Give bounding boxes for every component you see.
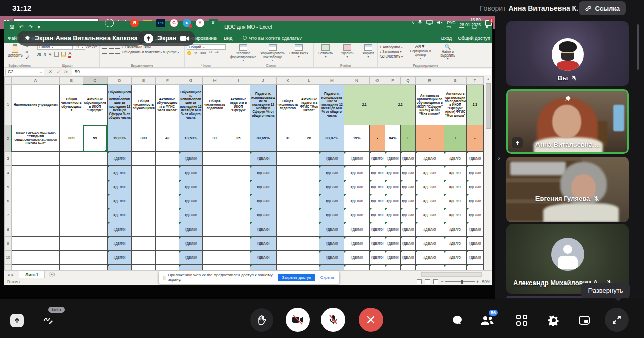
column-header-M[interactable]: M (319, 77, 344, 85)
row-header-9[interactable]: 9 (5, 237, 12, 251)
page-layout-icon[interactable] (425, 279, 430, 284)
messenger-icon[interactable]: ▸ (183, 19, 191, 27)
autosum-button[interactable]: Σ Автосумма ▾ (380, 45, 403, 49)
cell-F3[interactable] (156, 152, 179, 166)
number-format-select[interactable]: Общий▾ (187, 44, 226, 50)
row-header-4[interactable]: 4 (5, 166, 12, 180)
cell-F9[interactable] (156, 237, 179, 251)
copy-icon[interactable]: ⧉ (26, 50, 29, 55)
sheet-nav-arrows[interactable]: ◂▸ (7, 272, 16, 277)
zoom-slider[interactable]: −+ (441, 279, 479, 284)
cell-M4[interactable]: #ДЕЛ/0! (319, 166, 344, 180)
cell-F2[interactable]: 42 (156, 125, 179, 152)
cell-C4[interactable] (83, 166, 108, 180)
cell-E10[interactable] (132, 251, 156, 265)
cell-D9[interactable]: #ДЕЛ/0! (107, 237, 132, 251)
cell-P9[interactable]: #ДЕЛ/0! (385, 237, 400, 251)
cell-M3[interactable]: #ДЕЛ/0! (319, 152, 344, 166)
header-cell-3[interactable]: Обучающиеся, использовавшие за последние… (107, 85, 132, 125)
cell-R11[interactable]: #ДЕЛ/0! (415, 265, 444, 271)
page-break-icon[interactable] (433, 279, 438, 284)
column-header-L[interactable]: L (299, 77, 319, 85)
sheet-tab[interactable]: Лист1 (19, 271, 45, 278)
cell-H6[interactable] (203, 194, 227, 208)
cell-L3[interactable] (299, 152, 319, 166)
cell-P7[interactable]: #ДЕЛ/0! (385, 208, 400, 222)
cell-M6[interactable]: #ДЕЛ/0! (319, 194, 344, 208)
column-header-S[interactable]: S (444, 77, 467, 85)
cell-F7[interactable] (156, 208, 179, 222)
header-cell-13[interactable]: 2.1 (344, 85, 385, 125)
cell-L2[interactable]: 26 (299, 125, 319, 152)
tell-me-search[interactable]: Что вы хотите сделать? (243, 35, 302, 41)
share-button[interactable]: Общий доступ (458, 35, 490, 41)
enter-icon[interactable]: ✓ (57, 69, 61, 74)
cell-T5[interactable]: #ДЕЛ/0! (467, 180, 484, 194)
cell-A8[interactable] (12, 222, 60, 237)
header-cell-8[interactable]: Активные педагоги в ИКОП "Сферум" (227, 85, 250, 125)
tray-clock[interactable]: 15:5028.01.2025 (459, 18, 481, 28)
row-header-6[interactable]: 6 (5, 194, 12, 208)
cell-N8[interactable]: #ДЕЛ/0! (344, 222, 370, 237)
cell-O3[interactable]: #ДЕЛ/0! (369, 152, 385, 166)
row-header-10[interactable]: 10 (5, 251, 12, 265)
borders-icon[interactable] (54, 52, 59, 57)
cell-O6[interactable]: #ДЕЛ/0! (369, 194, 385, 208)
cell-P4[interactable]: #ДЕЛ/0! (385, 166, 400, 180)
cell-K4[interactable] (277, 166, 299, 180)
cell-N11[interactable]: #ДЕЛ/0! (344, 265, 370, 271)
header-cell-10[interactable]: Общая численность педагогов (277, 85, 299, 125)
cell-M5[interactable]: #ДЕЛ/0! (319, 180, 344, 194)
cell-S5[interactable]: #ДЕЛ/0! (444, 180, 467, 194)
column-header-B[interactable]: B (60, 77, 83, 85)
cell-K5[interactable] (277, 180, 299, 194)
header-cell-7[interactable]: Общая численность педагогов (203, 85, 227, 125)
cell-I2[interactable]: 25 (227, 125, 250, 152)
header-cell-0[interactable]: Наименование учреждения (12, 85, 60, 125)
zoom-level[interactable]: 80% (482, 279, 490, 284)
cell-J5[interactable]: #ДЕЛ/0! (250, 180, 277, 194)
sidebar-scrollbar[interactable] (637, 24, 639, 70)
header-cell-11[interactable]: Активные педагоги в ФГИС "Моя школа" (299, 85, 319, 125)
cell-L11[interactable] (299, 265, 319, 271)
cell-D5[interactable]: #ДЕЛ/0! (107, 180, 132, 194)
sign-in-link[interactable]: Вход (441, 35, 452, 41)
cell-N5[interactable]: #ДЕЛ/0! (344, 180, 370, 194)
tray-volume-muted-icon[interactable] (437, 20, 443, 26)
currency-icon[interactable]: 🪙 (187, 51, 191, 55)
cell-R10[interactable]: #ДЕЛ/0! (415, 251, 444, 265)
underline-button[interactable]: Ч (49, 52, 52, 57)
cell-D6[interactable]: #ДЕЛ/0! (107, 194, 132, 208)
cell-F8[interactable] (156, 222, 179, 237)
stop-sharing-button[interactable]: Закрыть доступ (278, 274, 315, 281)
cell-O10[interactable]: #ДЕЛ/0! (369, 251, 385, 265)
cell-M7[interactable]: #ДЕЛ/0! (319, 208, 344, 222)
cell-J2[interactable]: 80,65% (250, 125, 277, 152)
cell-Q7[interactable]: #ДЕЛ/0! (400, 208, 415, 222)
cell-G8[interactable]: #ДЕЛ/0! (179, 222, 203, 237)
row-header-7[interactable]: 7 (5, 208, 12, 222)
column-header-J[interactable]: J (250, 77, 277, 85)
cell-O7[interactable]: #ДЕЛ/0! (369, 208, 385, 222)
cell-A3[interactable] (12, 152, 60, 166)
cell-A11[interactable] (12, 265, 60, 271)
layout-grid-button[interactable] (515, 313, 529, 327)
cell-C5[interactable] (83, 180, 108, 194)
cell-T11[interactable]: #ДЕЛ/0! (467, 265, 484, 271)
c-app-icon[interactable]: C (170, 19, 178, 27)
tray-language[interactable]: РУС (447, 20, 455, 25)
fill-button[interactable]: ↓ Заполнить ▾ (380, 50, 403, 53)
cell-H9[interactable] (203, 237, 227, 251)
cell-R8[interactable]: #ДЕЛ/0! (415, 222, 444, 237)
picture-in-picture-button[interactable] (577, 313, 592, 327)
cell-L6[interactable] (299, 194, 319, 208)
fullscreen-button[interactable] (605, 308, 629, 332)
italic-button[interactable]: К (44, 52, 46, 57)
cell-R2[interactable]: - (415, 125, 444, 152)
cell-A2[interactable]: МБОУ ГОРОДА МЦЕНСКА "СРЕДНЯЯ ОБЩЕОБРАЗОВ… (12, 125, 60, 152)
cell-D3[interactable]: #ДЕЛ/0! (107, 152, 132, 166)
column-header-A[interactable]: A (12, 77, 60, 85)
cell-D4[interactable]: #ДЕЛ/0! (107, 166, 132, 180)
tray-mic-icon[interactable] (418, 19, 422, 26)
cell-C3[interactable] (83, 152, 108, 166)
